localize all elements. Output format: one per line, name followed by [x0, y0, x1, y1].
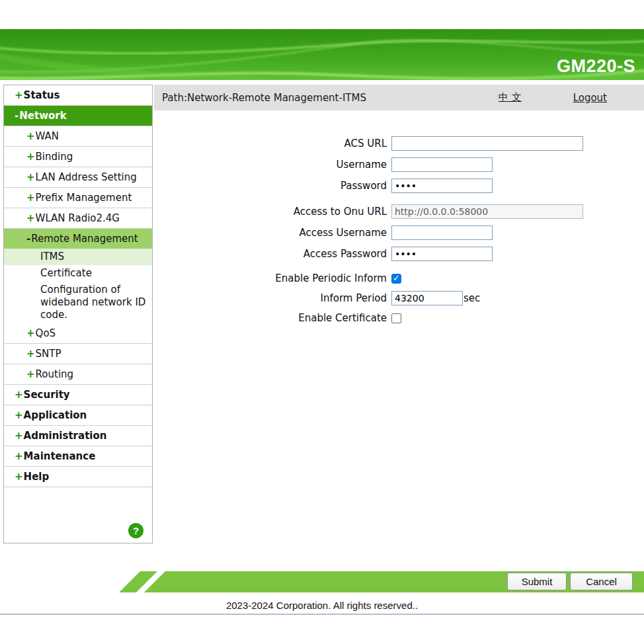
form-section: Access to Onu URLAccess UsernameAccess P…: [154, 204, 644, 261]
form-row: Access Username: [154, 225, 644, 240]
form-section: ACS URLUsernamePassword: [154, 136, 644, 193]
form-section: Enable Periodic InformInform PeriodsecEn…: [154, 272, 644, 324]
sidebar-item-label: ITMS: [40, 251, 64, 262]
language-switch-link[interactable]: 中 文: [499, 91, 522, 104]
sidebar-item-itms[interactable]: ITMS: [4, 249, 152, 265]
acs-url-label: ACS URL: [154, 138, 391, 149]
enable-periodic-inform-label: Enable Periodic Inform: [154, 272, 391, 284]
enable-certificate-checkbox[interactable]: [391, 313, 401, 323]
sidebar-item-label: Prefix Management: [36, 192, 132, 204]
acs-url-input[interactable]: [391, 136, 583, 151]
header-banner: GM220-S: [0, 29, 644, 80]
expand-plus-icon: +: [26, 327, 35, 339]
banner-wave-graphic: [0, 29, 644, 80]
access-to-onu-url-label: Access to Onu URL: [154, 206, 391, 218]
expand-plus-icon: +: [15, 471, 23, 483]
inform-period-input[interactable]: [391, 291, 463, 305]
expand-plus-icon: +: [15, 409, 23, 421]
expand-plus-icon: +: [15, 89, 23, 101]
form-row: Username: [154, 157, 644, 172]
sidebar-item-label: Help: [24, 471, 50, 483]
access-to-onu-url-input: [391, 204, 583, 219]
device-model-logo: GM220-S: [557, 56, 635, 77]
sidebar-item-label: Remote Management: [31, 233, 138, 245]
form-row: ACS URL: [154, 136, 644, 151]
sidebar-item-label: Binding: [36, 151, 73, 163]
sidebar-item-prefix-management[interactable]: +Prefix Management: [4, 188, 152, 208]
expand-plus-icon: +: [26, 192, 35, 204]
form-row: Enable Periodic Inform: [154, 272, 644, 284]
form-row: Access to Onu URL: [154, 204, 644, 219]
sidebar-item-label: Maintenance: [24, 450, 96, 462]
form-row: Access Password: [154, 247, 644, 261]
sidebar-item-label: QoS: [36, 327, 56, 339]
inform-period-label: Inform Period: [154, 292, 391, 304]
sidebar-item-network[interactable]: -Network: [4, 106, 152, 126]
form-row: Inform Periodsec: [154, 291, 644, 305]
sidebar-item-remote-management[interactable]: -Remote Management: [4, 229, 152, 249]
sidebar-item-label: WLAN Radio2.4G: [36, 212, 120, 224]
sidebar-item-label: Administration: [24, 430, 107, 442]
sidebar-item-label: SNTP: [36, 348, 61, 360]
breadcrumb: Path:Network-Remote Management-ITMS: [154, 92, 499, 104]
username-label: Username: [154, 159, 391, 171]
expand-plus-icon: +: [26, 151, 35, 163]
copyright-text: 2023-2024 Corporation. All rights reserv…: [0, 600, 644, 611]
sidebar-item-wlan-radio2-4g[interactable]: +WLAN Radio2.4G: [4, 208, 152, 229]
sidebar-item-label: Routing: [36, 368, 74, 380]
expand-plus-icon: +: [26, 348, 35, 360]
sidebar-item-label: WAN: [36, 130, 60, 142]
sidebar-item-security[interactable]: +Security: [4, 385, 152, 405]
logout-link[interactable]: Logout: [573, 92, 607, 104]
sidebar-items: +Status-Network+WAN+Binding+LAN Address …: [4, 85, 152, 487]
sidebar-item-lan-address-setting[interactable]: +LAN Address Setting: [4, 167, 152, 188]
sidebar-item-qos[interactable]: +QoS: [4, 323, 152, 344]
access-username-label: Access Username: [154, 227, 391, 239]
expand-plus-icon: +: [15, 389, 23, 401]
sidebar-item-configuration-of-wideband-network-id-code[interactable]: Configuration of wideband network ID cod…: [4, 282, 152, 323]
expand-plus-icon: +: [15, 430, 23, 442]
sidebar-item-certificate[interactable]: Certificate: [4, 265, 152, 282]
sidebar-item-label: Status: [24, 89, 60, 101]
sidebar-item-label: LAN Address Setting: [36, 171, 137, 183]
sidebar-item-label: Configuration of wideband network ID cod…: [40, 284, 145, 321]
form-row: Enable Certificate: [154, 312, 644, 324]
sidebar-nav: +Status-Network+WAN+Binding+LAN Address …: [3, 85, 153, 543]
expand-plus-icon: +: [26, 368, 35, 380]
action-bar-background: [144, 571, 644, 592]
expand-plus-icon: +: [26, 130, 35, 142]
form-row: Password: [154, 179, 644, 193]
sidebar-item-routing[interactable]: +Routing: [4, 364, 152, 385]
inform-period-unit-label: sec: [463, 292, 480, 304]
submit-button[interactable]: Submit: [507, 573, 567, 590]
enable-certificate-label: Enable Certificate: [154, 312, 391, 324]
expand-plus-icon: +: [26, 171, 35, 183]
sidebar-item-sntp[interactable]: +SNTP: [4, 344, 152, 364]
itms-form: ACS URLUsernamePasswordAccess to Onu URL…: [154, 110, 644, 324]
sidebar-item-maintenance[interactable]: +Maintenance: [4, 446, 152, 467]
password-input[interactable]: [391, 179, 493, 193]
action-bar: Submit Cancel: [0, 571, 644, 592]
sidebar-item-label: Application: [24, 409, 87, 421]
sidebar-item-label: Network: [19, 110, 66, 122]
sidebar-item-help[interactable]: +Help: [4, 467, 152, 487]
sidebar-item-wan[interactable]: +WAN: [4, 126, 152, 147]
sidebar-item-binding[interactable]: +Binding: [4, 147, 152, 167]
password-label: Password: [154, 180, 391, 192]
sidebar-item-label: Security: [24, 389, 70, 401]
path-bar: Path:Network-Remote Management-ITMS 中 文 …: [154, 85, 644, 110]
sidebar-item-label: Certificate: [40, 267, 92, 279]
access-password-input[interactable]: [391, 247, 493, 261]
collapse-minus-icon: -: [15, 110, 19, 122]
footer-divider: [0, 614, 644, 615]
sidebar-item-application[interactable]: +Application: [4, 405, 152, 426]
sidebar-item-status[interactable]: +Status: [4, 85, 152, 106]
username-input[interactable]: [391, 157, 493, 172]
access-username-input[interactable]: [391, 225, 493, 240]
cancel-button[interactable]: Cancel: [570, 573, 633, 590]
help-icon[interactable]: ?: [128, 523, 143, 538]
sidebar-item-administration[interactable]: +Administration: [4, 426, 152, 446]
expand-plus-icon: +: [15, 450, 23, 462]
collapse-minus-icon: -: [26, 233, 30, 245]
enable-periodic-inform-checkbox[interactable]: [391, 274, 401, 284]
